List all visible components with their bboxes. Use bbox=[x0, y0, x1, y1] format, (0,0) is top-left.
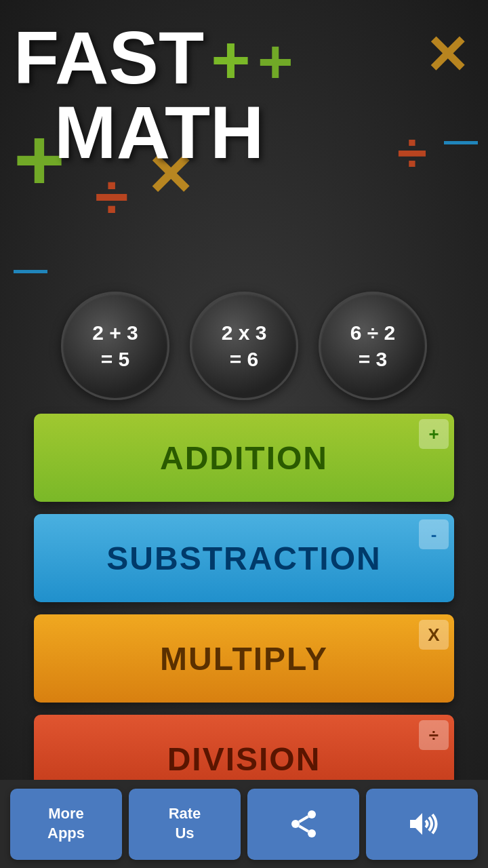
svg-point-1 bbox=[291, 820, 300, 828]
multiply-label: MULTIPLY bbox=[160, 640, 328, 677]
subtraction-label: SUBSTRACTION bbox=[106, 540, 381, 577]
preview-multiply-line2: = 6 bbox=[230, 346, 259, 372]
preview-addition-line1: 2 + 3 bbox=[92, 319, 138, 346]
addition-label: ADDITION bbox=[160, 439, 328, 477]
multiply-button[interactable]: MULTIPLY X bbox=[34, 614, 454, 703]
division-label: DIVISION bbox=[167, 741, 321, 778]
preview-multiply-line1: 2 x 3 bbox=[222, 319, 267, 346]
addition-icon: + bbox=[419, 419, 449, 449]
svg-line-4 bbox=[299, 816, 308, 822]
more-apps-button[interactable]: MoreApps bbox=[10, 789, 122, 860]
preview-multiply: 2 x 3 = 6 bbox=[190, 292, 298, 400]
sound-icon bbox=[406, 808, 439, 840]
multiply-icon: X bbox=[419, 620, 449, 650]
share-button[interactable] bbox=[247, 789, 359, 860]
more-apps-label: MoreApps bbox=[47, 804, 85, 843]
preview-row: 2 + 3 = 5 2 x 3 = 6 6 ÷ 2 = 3 bbox=[0, 292, 488, 400]
addition-button[interactable]: ADDITION + bbox=[34, 414, 454, 502]
preview-addition-line2: = 5 bbox=[101, 346, 130, 372]
svg-line-3 bbox=[299, 826, 308, 831]
preview-addition: 2 + 3 = 5 bbox=[61, 292, 169, 400]
title-math: MATH bbox=[54, 95, 264, 170]
rate-us-button[interactable]: RateUs bbox=[129, 789, 241, 860]
preview-division-line1: 6 ÷ 2 bbox=[350, 319, 396, 346]
sound-button[interactable] bbox=[366, 789, 478, 860]
header: FAST + MATH bbox=[0, 0, 488, 285]
preview-division: 6 ÷ 2 = 3 bbox=[319, 292, 427, 400]
share-icon bbox=[287, 808, 320, 840]
title-fast: FAST bbox=[14, 20, 204, 95]
subtraction-icon: - bbox=[419, 519, 449, 549]
rate-us-label: RateUs bbox=[169, 804, 201, 843]
svg-point-0 bbox=[308, 810, 316, 818]
subtraction-button[interactable]: SUBSTRACTION - bbox=[34, 514, 454, 602]
svg-point-2 bbox=[308, 829, 316, 837]
bottom-bar: MoreApps RateUs bbox=[0, 780, 488, 868]
buttons-area: ADDITION + SUBSTRACTION - MULTIPLY X DIV… bbox=[0, 414, 488, 803]
title-plus: + bbox=[211, 26, 250, 94]
preview-division-line2: = 3 bbox=[359, 346, 388, 372]
svg-marker-5 bbox=[410, 813, 422, 835]
division-icon: ÷ bbox=[419, 720, 449, 750]
